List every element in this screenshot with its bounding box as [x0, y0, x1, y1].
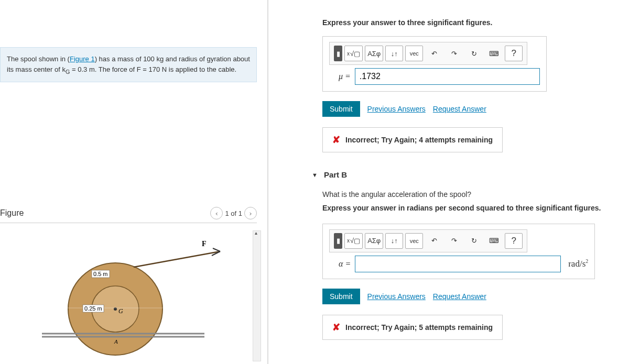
parta-previous-answers[interactable]: Previous Answers [367, 105, 426, 113]
parta-answer-box: ▮ x√▢ ΑΣφ ↓↑ vec ↶ ↷ ↻ ⌨ ? μ = [322, 36, 547, 92]
undo-icon[interactable]: ↶ [425, 46, 443, 61]
partb-request-answer[interactable]: Request Answer [433, 292, 486, 301]
parta-toolbar: ▮ x√▢ ΑΣφ ↓↑ vec ↶ ↷ ↻ ⌨ ? [329, 42, 527, 65]
subsup-button[interactable]: ↓↑ [385, 46, 403, 61]
parta-feedback: ✘ Incorrect; Try Again; 4 attempts remai… [322, 127, 503, 152]
problem-statement: The spool shown in (Figure 1) has a mass… [0, 47, 257, 82]
reset-icon[interactable]: ↻ [465, 46, 483, 61]
partb-var: α = [329, 259, 355, 269]
subsup-button[interactable]: ↓↑ [385, 233, 403, 249]
greek-button[interactable]: ΑΣφ [365, 46, 383, 61]
parta-var: μ = [329, 72, 355, 81]
keyboard-icon[interactable]: ⌨ [485, 46, 503, 61]
partb-toolbar: ▮ x√▢ ΑΣφ ↓↑ vec ↶ ↷ ↻ ⌨ ? [329, 229, 527, 252]
sqrt-button[interactable]: x√▢ [344, 233, 363, 249]
help-button[interactable]: ? [505, 233, 523, 249]
partb-instruction: Express your answer in radians per secon… [322, 202, 619, 214]
svg-text:A: A [114, 338, 118, 345]
partb-input[interactable] [355, 256, 561, 272]
partb-feedback: ✘ Incorrect; Try Again; 5 attempts remai… [322, 315, 503, 340]
svg-line-7 [213, 248, 220, 251]
caret-down-icon: ▼ [312, 172, 318, 178]
svg-text:G: G [118, 307, 123, 315]
templates-icon[interactable]: ▮ [334, 233, 342, 249]
partb-header[interactable]: ▼ Part B [312, 170, 619, 179]
svg-text:0.5 m: 0.5 m [93, 271, 108, 277]
pager-label: 1 of 1 [225, 209, 242, 217]
figure-scrollbar[interactable] [253, 230, 261, 361]
partb-submit-button[interactable]: Submit [322, 289, 360, 304]
partb-previous-answers[interactable]: Previous Answers [367, 292, 426, 301]
keyboard-icon[interactable]: ⌨ [485, 233, 503, 249]
svg-line-6 [134, 251, 220, 267]
parta-input[interactable] [355, 68, 540, 85]
figure-link[interactable]: Figure 1 [70, 55, 95, 63]
help-button[interactable]: ? [505, 46, 523, 61]
parta-submit-button[interactable]: Submit [322, 101, 360, 117]
figure-title: Figure [0, 208, 24, 218]
pager-prev[interactable]: ‹ [210, 207, 223, 219]
vec-button[interactable]: vec [405, 233, 423, 249]
undo-icon[interactable]: ↶ [425, 233, 443, 249]
figure-pager: ‹ 1 of 1 › [210, 207, 257, 219]
figure-image: G A F 0.5 m 0.25 m [42, 230, 225, 358]
sqrt-button[interactable]: x√▢ [344, 46, 363, 61]
partb-unit: rad/s2 [561, 258, 588, 269]
x-icon: ✘ [332, 134, 340, 146]
svg-text:F: F [202, 240, 207, 248]
parta-instruction: Express your answer to three significant… [322, 18, 619, 27]
parta-request-answer[interactable]: Request Answer [433, 105, 486, 113]
pager-next[interactable]: › [244, 207, 257, 219]
greek-button[interactable]: ΑΣφ [365, 233, 383, 249]
templates-icon[interactable]: ▮ [334, 46, 342, 61]
vec-button[interactable]: vec [405, 46, 423, 61]
partb-answer-box: ▮ x√▢ ΑΣφ ↓↑ vec ↶ ↷ ↻ ⌨ ? α = rad/s2 [322, 224, 595, 279]
redo-icon[interactable]: ↷ [445, 46, 463, 61]
partb-question: What is the angular acceleration of the … [322, 189, 619, 200]
reset-icon[interactable]: ↻ [465, 233, 483, 249]
redo-icon[interactable]: ↷ [445, 233, 463, 249]
svg-text:0.25 m: 0.25 m [84, 305, 102, 312]
x-icon: ✘ [332, 322, 340, 333]
